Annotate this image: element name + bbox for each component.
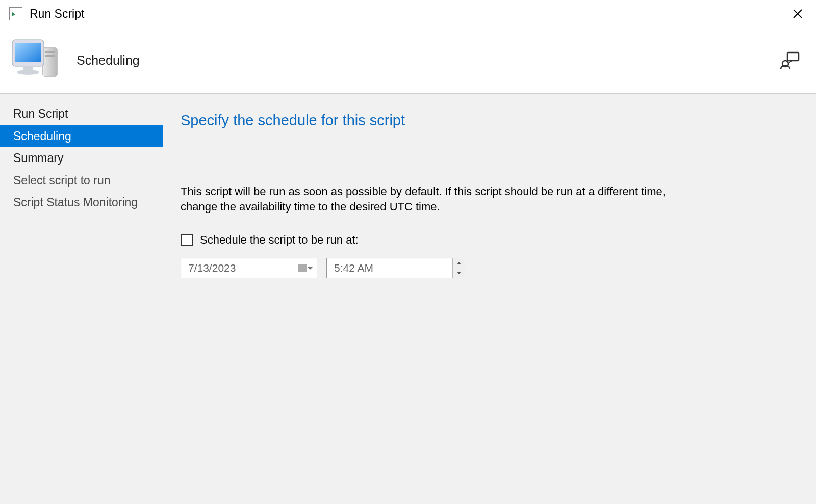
page-title: Scheduling	[76, 53, 140, 68]
calendar-icon	[298, 264, 307, 272]
time-value: 5:42 AM	[327, 262, 452, 274]
svg-rect-5	[45, 55, 55, 57]
window-title: Run Script	[30, 7, 84, 21]
time-spinner	[452, 258, 465, 278]
sidebar-item-summary[interactable]: Summary	[0, 147, 163, 170]
close-icon	[793, 9, 803, 19]
content-description: This script will be run as soon as possi…	[181, 184, 696, 214]
sidebar-item-scheduling[interactable]: Scheduling	[0, 125, 163, 148]
svg-rect-9	[23, 66, 33, 70]
chevron-down-icon	[308, 267, 313, 270]
schedule-checkbox-row: Schedule the script to be run at:	[181, 233, 802, 247]
datetime-picker-row: 7/13/2023 5:42 AM	[181, 258, 802, 278]
sidebar-item-label: Summary	[13, 151, 63, 165]
close-button[interactable]	[787, 4, 808, 24]
computer-icon	[7, 38, 62, 84]
wizard-sidebar: Run Script Scheduling Summary Select scr…	[0, 94, 163, 504]
sidebar-item-label: Scheduling	[13, 129, 71, 143]
sidebar-item-select-script[interactable]: Select script to run	[0, 170, 163, 192]
time-picker[interactable]: 5:42 AM	[326, 258, 465, 278]
sidebar-item-label: Select script to run	[13, 174, 110, 187]
date-value: 7/13/2023	[181, 262, 294, 274]
time-spin-down[interactable]	[453, 268, 465, 278]
sidebar-item-status-monitoring[interactable]: Script Status Monitoring	[0, 192, 163, 214]
time-spin-up[interactable]	[453, 258, 465, 268]
sidebar-item-run-script[interactable]: Run Script	[0, 103, 163, 125]
schedule-checkbox[interactable]	[181, 234, 193, 246]
svg-rect-4	[45, 51, 55, 53]
content-heading: Specify the schedule for this script	[181, 112, 802, 129]
svg-rect-11	[787, 52, 799, 61]
app-icon	[9, 7, 22, 20]
wizard-content: Specify the schedule for this script Thi…	[163, 94, 816, 504]
wizard-body: Run Script Scheduling Summary Select scr…	[0, 94, 816, 504]
date-dropdown-button[interactable]	[294, 258, 317, 278]
svg-point-10	[17, 70, 39, 75]
svg-rect-8	[15, 43, 41, 62]
feedback-icon[interactable]	[780, 51, 801, 70]
wizard-header: Scheduling	[0, 28, 816, 94]
sidebar-item-label: Run Script	[13, 107, 68, 120]
schedule-checkbox-label: Schedule the script to be run at:	[200, 233, 359, 247]
titlebar: Run Script	[0, 0, 816, 28]
date-picker[interactable]: 7/13/2023	[181, 258, 317, 278]
sidebar-item-label: Script Status Monitoring	[13, 196, 138, 209]
